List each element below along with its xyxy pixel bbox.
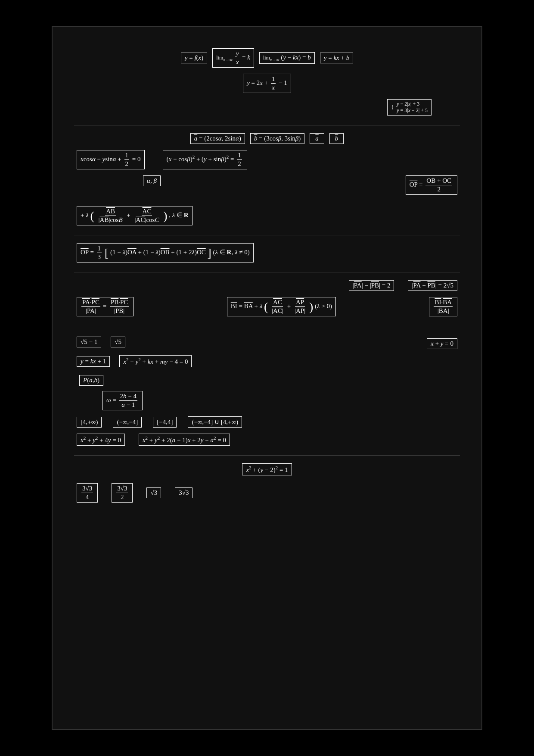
section-1: y = f(x) limx→∞ y x = k limx→∞ (y − kx) … (74, 47, 460, 117)
formula-vec-b: b = (3cosβ, 3sinβ) (250, 133, 304, 144)
formula-3sqrt3-over-2: 3√3 2 (112, 483, 133, 503)
section-4: OP = 1 3 [ (1 − λ)OA + (1 − λ)OB + (1 + … (74, 241, 460, 264)
formula-pa-minus-pb-eq2: |PA| − |PB| = 2 (349, 280, 394, 291)
formula-xplusy-eq0: x + y = 0 (427, 338, 457, 349)
section-3: + λ ( AB |AB|cosB + AC |AC|cosC ) , λ ∈ … (74, 204, 460, 227)
page: y = f(x) limx→∞ y x = k limx→∞ (y − kx) … (0, 0, 534, 756)
formula-sqrt3: √3 (146, 487, 161, 498)
formula-bi-dot-ba: BI·BA |BA| (429, 297, 457, 316)
formula-pab: P(a,b) (79, 375, 103, 386)
formula-omega: ω = 2b − 4 a − 1 (102, 391, 143, 410)
formula-3sqrt3: 3√3 (175, 487, 192, 498)
formula-bi-decomp: BI = BA + λ ( AC |AC| + AP |AP| ) (λ > 0… (227, 297, 336, 316)
formula-lim-y-over-x: limx→∞ y x = k (212, 48, 254, 68)
formula-interval-union: (−∞,−4] ∪ [4,+∞) (188, 416, 242, 428)
formula-lambda-frac: + λ ( AB |AB|cosB + AC |AC|cosC ) , λ ∈ … (77, 206, 192, 225)
formula-alpha-beta: α, β (143, 175, 161, 186)
formula-interval-4-inf: [4,+∞) (77, 417, 102, 428)
formula-sqrt5: √5 (111, 337, 125, 347)
section-2: a = (2cosα, 2sinα) b = (3cosβ, 3sinβ) a … (74, 131, 460, 197)
formula-vec-a-short: a (310, 133, 324, 144)
formula-y-kxplus1: y = kx + 1 (77, 356, 110, 367)
formula-y-2x-plus-1overx: y = 2x + 1 x − 1 (243, 74, 291, 93)
formula-circle-shifted: x2 + (y − 2)2 = 1 (242, 463, 292, 475)
section-7: x2 + (y − 2)2 = 1 3√3 4 3√3 2 √3 (74, 462, 460, 504)
formula-op-midpoint: OP = OB + OC 2 (406, 175, 457, 195)
formula-pa-vec-minus-pb-vec: |PA − PB| = 2√5 (408, 280, 457, 291)
formula-lim-y-minus-kx: limx→∞ (y − kx) = b (259, 52, 315, 64)
formula-3sqrt3-over-4: 3√3 4 (77, 483, 98, 503)
formula-interval-neg-inf-neg4: (−∞,−4] (113, 417, 142, 428)
formula-vec-b-short: b (329, 133, 344, 144)
formula-piecewise-abs: { y = 2|x| + 3 y = 3|x − 2| + 5 (387, 99, 432, 116)
formula-interval-neg4-4: [−4,4] (153, 417, 177, 428)
formula-circle-general: x2 + y2 + kx + my − 4 = 0 (119, 355, 192, 367)
formula-yfx: y = f(x) (181, 53, 207, 63)
formula-circle2: x2 + y2 + 2(a − 1)x + 2y + a2 = 0 (139, 434, 230, 446)
formula-dot-product-ratio: PA·PC |PA| = PB·PC |PB| (77, 297, 134, 316)
formula-y-kx-plus-b: y = kx + b (320, 53, 353, 63)
formula-op-lambda: OP = 1 3 [ (1 − λ)OA + (1 − λ)OB + (1 + … (77, 243, 254, 262)
section-6: √5 − 1 √5 y = kx + 1 x2 + y2 + kx + my −… (74, 332, 460, 447)
content-area: y = f(x) limx→∞ y x = k limx→∞ (y − kx) … (52, 26, 482, 730)
formula-sqrt5-minus1: √5 − 1 (77, 337, 101, 347)
formula-circle1: x2 + y2 + 4y = 0 (77, 434, 125, 446)
section-5: |PA| − |PB| = 2 |PA − PB| = 2√5 PA·PC |P… (74, 278, 460, 318)
formula-circle-eq: (x − cosβ)2 + (y + sinβ)2 = 1 2 (163, 150, 247, 169)
formula-vec-a: a = (2cosα, 2sinα) (190, 133, 245, 144)
formula-line-eq: xcosα − ysinα + 1 2 = 0 (77, 150, 145, 169)
